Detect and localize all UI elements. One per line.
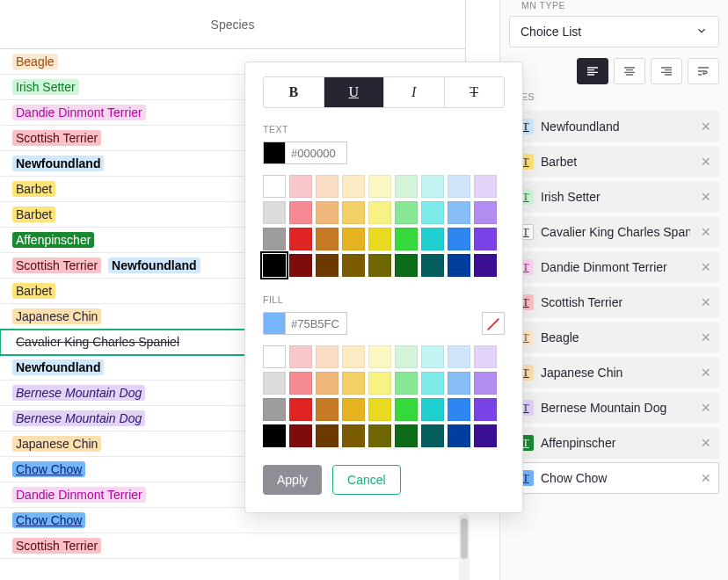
- palette-swatch[interactable]: [368, 345, 391, 368]
- palette-swatch[interactable]: [342, 254, 365, 277]
- palette-swatch[interactable]: [263, 254, 286, 277]
- remove-choice-icon[interactable]: ×: [697, 294, 714, 312]
- remove-choice-icon[interactable]: ×: [697, 329, 714, 347]
- palette-swatch[interactable]: [263, 228, 286, 250]
- choice-item[interactable]: TBeagle×: [509, 322, 719, 353]
- palette-swatch[interactable]: [342, 398, 365, 421]
- choice-item[interactable]: TJapanese Chin×: [509, 357, 719, 388]
- bold-toggle[interactable]: B: [264, 77, 324, 107]
- palette-swatch[interactable]: [421, 345, 444, 368]
- palette-swatch[interactable]: [448, 228, 470, 250]
- remove-choice-icon[interactable]: ×: [697, 223, 714, 242]
- palette-swatch[interactable]: [289, 175, 312, 198]
- remove-choice-icon[interactable]: ×: [697, 399, 714, 417]
- scrollbar[interactable]: [459, 515, 470, 580]
- choice-item[interactable]: TChow Chow×: [509, 462, 719, 494]
- palette-swatch[interactable]: [448, 201, 470, 224]
- remove-choice-icon[interactable]: ×: [697, 153, 714, 171]
- underline-toggle[interactable]: U: [324, 77, 385, 107]
- remove-choice-icon[interactable]: ×: [697, 118, 714, 136]
- palette-swatch[interactable]: [421, 201, 444, 224]
- palette-swatch[interactable]: [474, 228, 497, 250]
- text-color-swatch[interactable]: [263, 141, 286, 164]
- palette-swatch[interactable]: [289, 424, 312, 447]
- palette-swatch[interactable]: [474, 175, 497, 198]
- palette-swatch[interactable]: [395, 398, 418, 421]
- strike-toggle[interactable]: T: [445, 77, 505, 107]
- choice-item[interactable]: TAffenpinscher×: [509, 427, 719, 459]
- palette-swatch[interactable]: [316, 175, 339, 198]
- palette-swatch[interactable]: [421, 398, 444, 421]
- choice-item[interactable]: TBernese Mountain Dog×: [509, 392, 719, 424]
- palette-swatch[interactable]: [263, 201, 286, 224]
- palette-swatch[interactable]: [342, 201, 365, 224]
- palette-swatch[interactable]: [395, 372, 418, 395]
- palette-swatch[interactable]: [342, 345, 365, 368]
- palette-swatch[interactable]: [342, 372, 365, 395]
- palette-swatch[interactable]: [368, 398, 391, 421]
- palette-swatch[interactable]: [368, 228, 391, 250]
- palette-swatch[interactable]: [316, 398, 339, 421]
- palette-swatch[interactable]: [395, 345, 418, 368]
- palette-swatch[interactable]: [289, 254, 312, 277]
- palette-swatch[interactable]: [263, 345, 286, 368]
- align-left-button[interactable]: [577, 58, 608, 84]
- palette-swatch[interactable]: [263, 398, 286, 421]
- choice-item[interactable]: TNewfoundland×: [509, 111, 719, 142]
- palette-swatch[interactable]: [263, 372, 286, 395]
- remove-choice-icon[interactable]: ×: [697, 364, 714, 382]
- choice-item[interactable]: TBarbet×: [509, 146, 719, 178]
- palette-swatch[interactable]: [421, 228, 444, 250]
- palette-swatch[interactable]: [368, 254, 391, 277]
- palette-swatch[interactable]: [316, 424, 339, 447]
- palette-swatch[interactable]: [395, 201, 418, 224]
- palette-swatch[interactable]: [368, 175, 391, 198]
- palette-swatch[interactable]: [289, 345, 312, 368]
- palette-swatch[interactable]: [289, 201, 312, 224]
- palette-swatch[interactable]: [421, 372, 444, 395]
- choice-item[interactable]: TScottish Terrier×: [509, 286, 719, 318]
- palette-swatch[interactable]: [368, 201, 391, 224]
- grid-row[interactable]: Scottish Terrier: [0, 533, 465, 559]
- apply-button[interactable]: Apply: [263, 465, 322, 495]
- palette-swatch[interactable]: [474, 398, 497, 421]
- scrollbar-thumb[interactable]: [461, 518, 468, 559]
- remove-choice-icon[interactable]: ×: [697, 188, 714, 207]
- palette-swatch[interactable]: [421, 254, 444, 277]
- palette-swatch[interactable]: [474, 254, 497, 277]
- palette-swatch[interactable]: [395, 175, 418, 198]
- palette-swatch[interactable]: [342, 175, 365, 198]
- palette-swatch[interactable]: [263, 175, 286, 198]
- text-hex-input[interactable]: [286, 141, 347, 164]
- align-center-button[interactable]: [614, 58, 645, 84]
- palette-swatch[interactable]: [316, 228, 339, 250]
- palette-swatch[interactable]: [395, 228, 418, 250]
- italic-toggle[interactable]: I: [384, 77, 445, 107]
- palette-swatch[interactable]: [316, 372, 339, 395]
- choice-item[interactable]: TIrish Setter×: [509, 181, 719, 213]
- palette-swatch[interactable]: [474, 201, 497, 224]
- align-right-button[interactable]: [651, 58, 682, 84]
- remove-choice-icon[interactable]: ×: [697, 469, 714, 488]
- palette-swatch[interactable]: [474, 345, 497, 368]
- fill-hex-input[interactable]: [286, 312, 347, 335]
- choice-item[interactable]: TCavalier King Charles Spaniel×: [509, 216, 719, 248]
- palette-swatch[interactable]: [263, 424, 286, 447]
- remove-choice-icon[interactable]: ×: [697, 434, 714, 453]
- wrap-text-button[interactable]: [688, 58, 719, 84]
- no-fill-swatch[interactable]: [482, 312, 505, 335]
- fill-color-swatch[interactable]: [263, 312, 286, 335]
- palette-swatch[interactable]: [448, 372, 470, 395]
- palette-swatch[interactable]: [316, 345, 339, 368]
- palette-swatch[interactable]: [368, 424, 391, 447]
- palette-swatch[interactable]: [289, 228, 312, 250]
- palette-swatch[interactable]: [342, 424, 365, 447]
- palette-swatch[interactable]: [368, 372, 391, 395]
- palette-swatch[interactable]: [316, 201, 339, 224]
- palette-swatch[interactable]: [448, 175, 470, 198]
- palette-swatch[interactable]: [474, 424, 497, 447]
- palette-swatch[interactable]: [448, 398, 470, 421]
- palette-swatch[interactable]: [421, 424, 444, 447]
- column-type-select[interactable]: Choice List: [509, 16, 719, 47]
- palette-swatch[interactable]: [289, 372, 312, 395]
